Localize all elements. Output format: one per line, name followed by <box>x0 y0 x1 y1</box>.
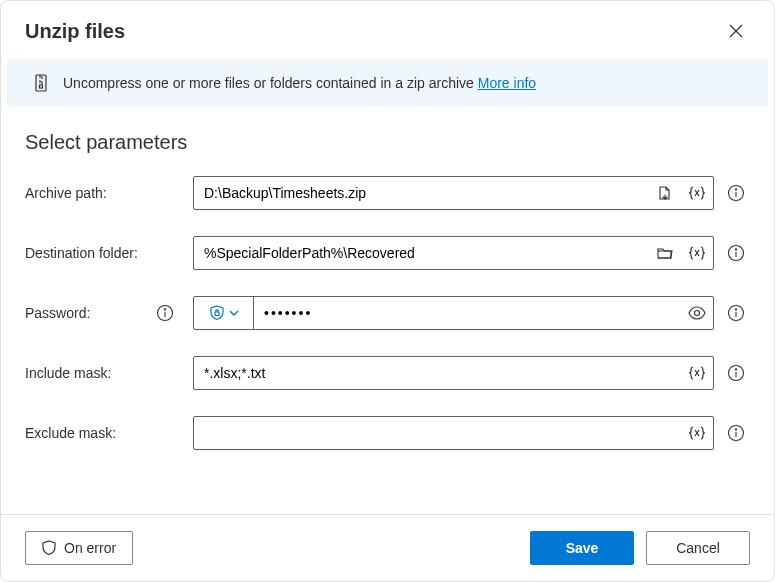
close-button[interactable] <box>722 17 750 45</box>
include-mask-input[interactable] <box>194 357 681 389</box>
folder-icon <box>657 245 673 261</box>
include-mask-input-wrap <box>193 356 714 390</box>
info-icon <box>727 244 745 262</box>
svg-point-13 <box>735 369 736 370</box>
zip-icon <box>31 73 51 93</box>
save-button[interactable]: Save <box>530 531 634 565</box>
shield-lock-icon <box>209 305 225 321</box>
exclude-mask-label: Exclude mask: <box>25 425 116 441</box>
exclude-mask-variable-button[interactable] <box>681 417 713 449</box>
archive-path-input-wrap <box>193 176 714 210</box>
include-mask-label: Include mask: <box>25 365 111 381</box>
archive-path-input[interactable] <box>194 177 649 209</box>
on-error-button[interactable]: On error <box>25 531 133 565</box>
password-reveal-button[interactable] <box>681 297 713 329</box>
svg-rect-8 <box>215 312 219 316</box>
svg-point-9 <box>695 311 700 316</box>
variable-icon <box>688 245 706 261</box>
svg-point-11 <box>735 309 736 310</box>
destination-folder-info[interactable] <box>722 239 750 267</box>
info-icon <box>727 424 745 442</box>
svg-point-3 <box>735 189 736 190</box>
parameters-section: Select parameters Archive path: Destinat… <box>1 107 774 514</box>
password-input-wrap <box>193 296 714 330</box>
dialog-title: Unzip files <box>25 20 125 43</box>
archive-path-info[interactable] <box>722 179 750 207</box>
destination-folder-variable-button[interactable] <box>681 237 713 269</box>
archive-path-label: Archive path: <box>25 185 107 201</box>
eye-icon <box>688 305 706 321</box>
include-mask-variable-button[interactable] <box>681 357 713 389</box>
row-exclude-mask: Exclude mask: <box>25 416 750 450</box>
info-icon <box>156 304 174 322</box>
destination-folder-input[interactable] <box>194 237 649 269</box>
on-error-label: On error <box>64 540 116 556</box>
banner-text: Uncompress one or more files or folders … <box>63 75 536 91</box>
cancel-button[interactable]: Cancel <box>646 531 750 565</box>
section-title: Select parameters <box>25 131 750 154</box>
archive-path-file-button[interactable] <box>649 177 681 209</box>
info-banner: Uncompress one or more files or folders … <box>7 59 768 107</box>
more-info-link[interactable]: More info <box>478 75 536 91</box>
destination-folder-input-wrap <box>193 236 714 270</box>
info-icon <box>727 304 745 322</box>
variable-icon <box>688 365 706 381</box>
destination-folder-label: Destination folder: <box>25 245 138 261</box>
info-icon <box>727 184 745 202</box>
save-label: Save <box>566 540 599 556</box>
row-include-mask: Include mask: <box>25 356 750 390</box>
password-label: Password: <box>25 305 90 321</box>
shield-icon <box>42 540 56 556</box>
exclude-mask-input-wrap <box>193 416 714 450</box>
cancel-label: Cancel <box>676 540 720 556</box>
row-password: Password: <box>25 296 750 330</box>
exclude-mask-input[interactable] <box>194 417 681 449</box>
row-archive-path: Archive path: <box>25 176 750 210</box>
archive-path-variable-button[interactable] <box>681 177 713 209</box>
info-icon <box>727 364 745 382</box>
close-icon <box>729 24 743 38</box>
password-info[interactable] <box>722 299 750 327</box>
row-destination-folder: Destination folder: <box>25 236 750 270</box>
dialog-header: Unzip files <box>1 1 774 59</box>
chevron-down-icon <box>229 308 239 318</box>
footer-actions: Save Cancel <box>530 531 750 565</box>
destination-folder-browse-button[interactable] <box>649 237 681 269</box>
password-mode-dropdown[interactable] <box>194 297 254 329</box>
dialog-footer: On error Save Cancel <box>1 514 774 581</box>
banner-message: Uncompress one or more files or folders … <box>63 75 478 91</box>
password-input[interactable] <box>254 297 681 329</box>
svg-rect-1 <box>40 85 43 88</box>
svg-point-7 <box>164 309 165 310</box>
password-label-info[interactable] <box>151 299 179 327</box>
exclude-mask-info[interactable] <box>722 419 750 447</box>
svg-point-15 <box>735 429 736 430</box>
file-select-icon <box>657 185 673 201</box>
include-mask-info[interactable] <box>722 359 750 387</box>
variable-icon <box>688 425 706 441</box>
variable-icon <box>688 185 706 201</box>
svg-point-5 <box>735 249 736 250</box>
